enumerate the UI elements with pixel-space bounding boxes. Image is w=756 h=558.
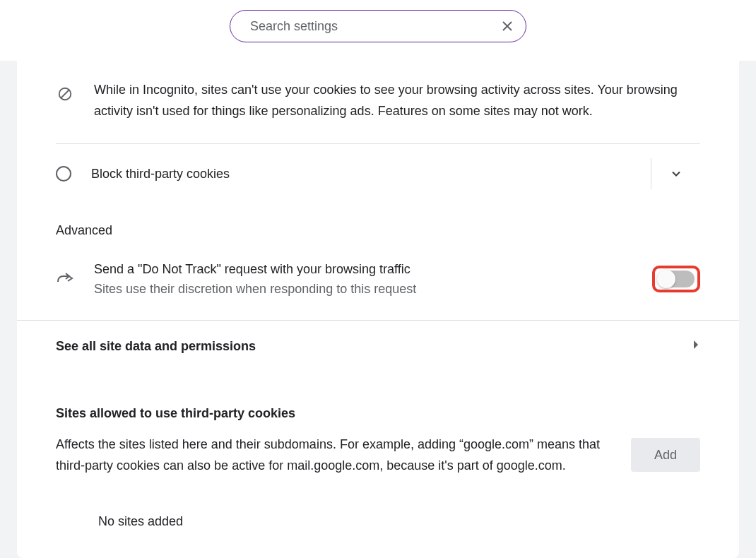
header-bar — [0, 0, 756, 61]
allowed-sites-section: Sites allowed to use third-party cookies… — [17, 374, 739, 485]
allowed-sites-description: Affects the sites listed here and their … — [56, 434, 610, 476]
page-body: While in Incognito, sites can't use your… — [0, 61, 756, 558]
see-all-label: See all site data and permissions — [56, 339, 256, 354]
do-not-track-toggle[interactable] — [658, 271, 695, 287]
do-not-track-title: Send a "Do Not Track" request with your … — [94, 259, 632, 279]
advanced-header: Advanced — [17, 205, 739, 244]
radio-icon[interactable] — [56, 166, 71, 182]
block-icon — [56, 79, 74, 102]
allowed-sites-title: Sites allowed to use third-party cookies — [56, 406, 700, 421]
block-third-party-cookies-row[interactable]: Block third-party cookies — [17, 144, 739, 205]
settings-card: While in Incognito, sites can't use your… — [17, 61, 739, 558]
toggle-knob — [657, 270, 675, 288]
do-not-track-text: Send a "Do Not Track" request with your … — [94, 259, 632, 299]
allowed-sites-body: Affects the sites listed here and their … — [56, 434, 700, 476]
no-sites-added-label: No sites added — [17, 485, 739, 529]
incognito-text: While in Incognito, sites can't use your… — [94, 79, 700, 121]
highlighted-toggle — [652, 266, 700, 292]
add-button[interactable]: Add — [631, 438, 700, 472]
chevron-right-icon — [692, 339, 700, 354]
incognito-info: While in Incognito, sites can't use your… — [17, 61, 739, 143]
search-input[interactable] — [250, 19, 499, 34]
expand-button[interactable] — [651, 158, 700, 189]
svg-line-3 — [61, 90, 69, 98]
see-all-site-data-row[interactable]: See all site data and permissions — [17, 321, 739, 374]
search-box[interactable] — [230, 10, 526, 42]
do-not-track-subtitle: Sites use their discretion when respondi… — [94, 279, 632, 299]
do-not-track-row: Send a "Do Not Track" request with your … — [17, 244, 739, 321]
redirect-icon — [56, 272, 74, 286]
close-icon[interactable] — [499, 18, 516, 35]
block-third-party-cookies-label: Block third-party cookies — [91, 167, 631, 182]
chevron-down-icon — [669, 167, 683, 181]
